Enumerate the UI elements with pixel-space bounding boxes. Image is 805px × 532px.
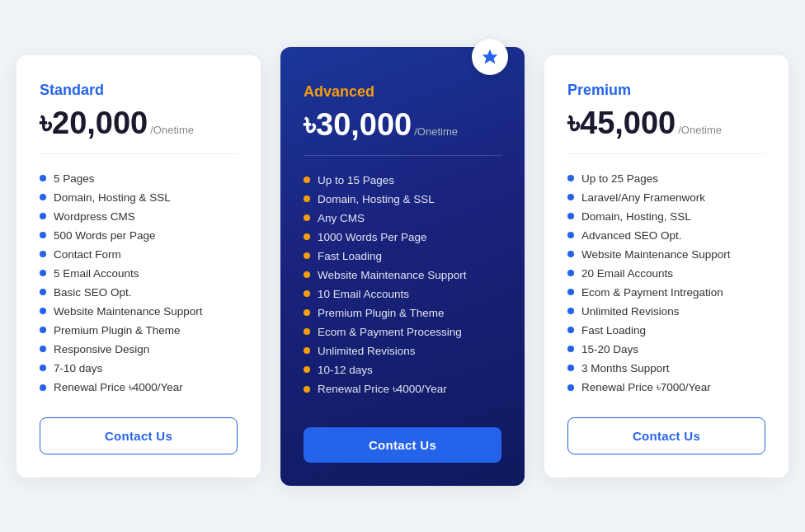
feature-item: Up to 15 Pages bbox=[304, 171, 501, 190]
featured-badge bbox=[472, 39, 508, 75]
feature-text: Contact Form bbox=[54, 248, 121, 261]
feature-text: Responsive Design bbox=[54, 343, 149, 355]
feature-text: Advanced SEO Opt. bbox=[581, 229, 682, 242]
price-period: /Onetime bbox=[150, 124, 194, 136]
contact-us-button[interactable]: Contact Us bbox=[304, 427, 501, 463]
price-amount: ৳45,000 bbox=[567, 107, 676, 139]
pricing-card-premium: Premium ৳45,000 /Onetime Up to 25 Pages … bbox=[544, 55, 789, 478]
bullet-dot bbox=[567, 384, 574, 391]
price-row: ৳30,000 /Onetime bbox=[304, 109, 501, 140]
feature-item: 10 Email Accounts bbox=[304, 285, 501, 304]
feature-item: 20 Email Accounts bbox=[567, 264, 765, 283]
feature-text: Premium Plugin & Theme bbox=[318, 307, 445, 319]
feature-item: Website Maintenance Support bbox=[567, 245, 765, 264]
feature-text: 10 Email Accounts bbox=[318, 288, 409, 300]
feature-item: Domain, Hosting & SSL bbox=[40, 188, 238, 207]
feature-text: Up to 25 Pages bbox=[581, 172, 658, 185]
feature-item: 1000 Words Per Page bbox=[304, 228, 501, 247]
bullet-dot bbox=[304, 386, 310, 393]
feature-text: 10-12 days bbox=[318, 364, 373, 376]
feature-item: Any CMS bbox=[304, 209, 501, 228]
feature-item: 3 Months Support bbox=[567, 359, 765, 378]
plan-name: Premium bbox=[567, 82, 765, 99]
feature-text: Website Maintenance Support bbox=[581, 248, 731, 261]
feature-item: Renewal Price ৳4000/Year bbox=[304, 379, 501, 399]
feature-item: Unlimited Revisions bbox=[567, 302, 765, 321]
bullet-dot bbox=[40, 365, 46, 371]
divider bbox=[567, 153, 765, 154]
bullet-dot bbox=[304, 347, 310, 354]
features-list: Up to 15 Pages Domain, Hosting & SSL Any… bbox=[304, 171, 501, 407]
bullet-dot bbox=[304, 177, 310, 183]
contact-us-button[interactable]: Contact Us bbox=[567, 417, 765, 454]
feature-item: Wordpress CMS bbox=[40, 207, 238, 226]
feature-item: Fast Loading bbox=[304, 247, 501, 266]
feature-item: Premium Plugin & Theme bbox=[304, 304, 501, 322]
feature-text: Any CMS bbox=[318, 212, 365, 224]
feature-item: 5 Pages bbox=[40, 169, 238, 188]
bullet-dot bbox=[567, 232, 574, 238]
feature-text: Wordpress CMS bbox=[54, 210, 135, 223]
feature-item: Contact Form bbox=[40, 245, 238, 264]
feature-text: Premium Plugin & Theme bbox=[54, 324, 181, 337]
feature-text: Website Maintenance Support bbox=[54, 305, 203, 318]
feature-item: Responsive Design bbox=[40, 340, 238, 359]
feature-text: Basic SEO Opt. bbox=[54, 286, 132, 299]
feature-item: 10-12 days bbox=[304, 360, 501, 379]
feature-item: Domain, Hosting, SSL bbox=[567, 207, 765, 226]
price-period: /Onetime bbox=[414, 125, 458, 138]
feature-text: Renewal Price ৳4000/Year bbox=[54, 381, 183, 394]
feature-text: Domain, Hosting & SSL bbox=[318, 193, 435, 205]
contact-us-button[interactable]: Contact Us bbox=[40, 417, 238, 454]
divider bbox=[304, 155, 501, 156]
bullet-dot bbox=[304, 233, 310, 240]
feature-item: Unlimited Revisions bbox=[304, 341, 501, 360]
bullet-dot bbox=[40, 384, 46, 391]
price-amount: ৳20,000 bbox=[40, 107, 148, 139]
feature-item: 15-20 Days bbox=[567, 340, 765, 359]
feature-text: 20 Email Accounts bbox=[581, 267, 673, 280]
feature-text: 5 Pages bbox=[54, 172, 95, 185]
divider bbox=[40, 153, 238, 154]
feature-item: Renewal Price ৳4000/Year bbox=[40, 378, 238, 398]
bullet-dot bbox=[40, 346, 46, 352]
bullet-dot bbox=[40, 213, 46, 219]
bullet-dot bbox=[40, 308, 46, 314]
bullet-dot bbox=[567, 365, 574, 371]
feature-text: Website Maintenance Support bbox=[318, 269, 467, 281]
feature-text: Ecom & Payment Intregation bbox=[581, 286, 723, 299]
bullet-dot bbox=[40, 232, 46, 238]
bullet-dot bbox=[304, 214, 310, 221]
feature-text: Fast Loading bbox=[318, 250, 382, 262]
plan-name: Standard bbox=[40, 82, 238, 99]
feature-text: Laravel/Any Framenwork bbox=[581, 191, 705, 204]
feature-item: 500 Words per Page bbox=[40, 226, 238, 245]
feature-text: Renewal Price ৳4000/Year bbox=[318, 383, 447, 396]
price-row: ৳45,000 /Onetime bbox=[567, 107, 765, 139]
pricing-card-standard: Standard ৳20,000 /Onetime 5 Pages Domain… bbox=[16, 55, 261, 478]
feature-text: Fast Loading bbox=[581, 324, 646, 337]
bullet-dot bbox=[40, 327, 46, 333]
bullet-dot bbox=[304, 328, 310, 335]
feature-item: Up to 25 Pages bbox=[567, 169, 765, 188]
feature-text: 500 Words per Page bbox=[54, 229, 156, 242]
bullet-dot bbox=[304, 290, 310, 297]
bullet-dot bbox=[40, 289, 46, 295]
feature-text: 15-20 Days bbox=[581, 343, 638, 355]
feature-item: 7-10 days bbox=[40, 359, 238, 378]
feature-item: 5 Email Accounts bbox=[40, 264, 238, 283]
bullet-dot bbox=[567, 346, 574, 352]
bullet-dot bbox=[40, 194, 46, 200]
feature-item: Basic SEO Opt. bbox=[40, 283, 238, 302]
bullet-dot bbox=[567, 270, 574, 276]
svg-marker-0 bbox=[483, 49, 497, 63]
bullet-dot bbox=[304, 252, 310, 259]
bullet-dot bbox=[567, 213, 574, 219]
bullet-dot bbox=[567, 289, 574, 295]
bullet-dot bbox=[567, 194, 574, 200]
feature-item: Renewal Price ৳7000/Year bbox=[567, 378, 765, 398]
feature-text: Domain, Hosting & SSL bbox=[54, 191, 171, 204]
feature-item: Website Maintenance Support bbox=[304, 266, 501, 285]
bullet-dot bbox=[304, 271, 310, 278]
feature-text: 5 Email Accounts bbox=[54, 267, 139, 280]
